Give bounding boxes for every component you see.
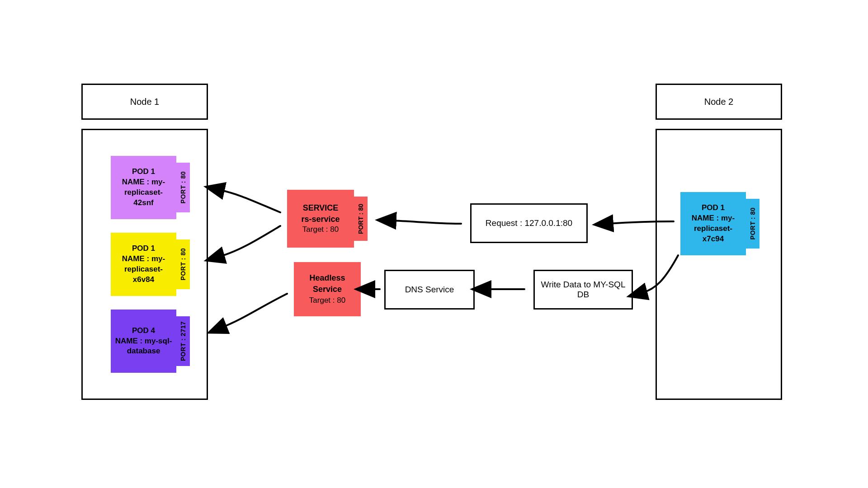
pod-port-tab: PORT : 80 — [176, 163, 190, 212]
service-port-text: PORT : 80 — [357, 204, 364, 234]
service-box: SERVICE rs-service Target : 80 PORT : 80 — [287, 190, 368, 248]
pod-header: POD 1 — [132, 167, 155, 177]
service-target: Target : 80 — [302, 225, 339, 235]
dns-text: DNS Service — [405, 285, 454, 295]
pod-header: POD 1 — [132, 244, 155, 254]
pod-port-text: PORT : 80 — [179, 171, 187, 203]
pod-port-text: PORT : 80 — [749, 207, 756, 239]
pod-port-tab: PORT : 80 — [746, 199, 760, 249]
service-main: SERVICE rs-service Target : 80 — [287, 190, 354, 248]
request-text: Request : 127.0.0.1:80 — [486, 218, 572, 228]
node1-pod-1: POD 1 NAME : my-replicaset-42snf PORT : … — [111, 156, 190, 219]
node1-title: Node 1 — [81, 84, 208, 120]
pod-name: NAME : my-sql-database — [114, 336, 173, 357]
node1-pod-2: POD 1 NAME : my-replicaset-x6v84 PORT : … — [111, 233, 190, 296]
node2-body — [656, 129, 782, 400]
service-port-tab: PORT : 80 — [354, 197, 368, 241]
node2-pod-1: POD 1 NAME : my-replicaset-x7c94 PORT : … — [680, 192, 760, 255]
pod-port-text: PORT : 80 — [179, 248, 187, 280]
node2-title-text: Node 2 — [704, 97, 734, 107]
write-text: Write Data to MY-SQL DB — [535, 280, 632, 300]
dns-service-box: DNS Service — [384, 270, 475, 310]
node1-pod-3: POD 4 NAME : my-sql-database PORT : 2717 — [111, 310, 190, 373]
pod-name: NAME : my-replicaset-x7c94 — [684, 213, 742, 244]
pod-card: POD 1 NAME : my-replicaset-42snf — [111, 156, 176, 219]
service-title: SERVICE — [303, 202, 339, 213]
write-data-box: Write Data to MY-SQL DB — [533, 270, 633, 310]
node2-title: Node 2 — [656, 84, 782, 120]
headless-title: Headless Service — [297, 272, 357, 295]
pod-header: POD 4 — [132, 326, 155, 336]
pod-card: POD 1 NAME : my-replicaset-x7c94 — [680, 192, 746, 255]
request-box: Request : 127.0.0.1:80 — [470, 203, 588, 243]
service-name: rs-service — [301, 214, 340, 225]
pod-port-text: PORT : 2717 — [179, 321, 187, 361]
pod-port-tab: PORT : 80 — [176, 239, 190, 289]
headless-target: Target : 80 — [309, 295, 345, 306]
pod-port-tab: PORT : 2717 — [176, 316, 190, 366]
headless-service-box: Headless Service Target : 80 — [294, 262, 361, 316]
node1-title-text: Node 1 — [130, 97, 160, 107]
pod-name: NAME : my-replicaset-42snf — [114, 177, 173, 208]
pod-card: POD 4 NAME : my-sql-database — [111, 310, 176, 373]
pod-header: POD 1 — [702, 203, 725, 213]
pod-name: NAME : my-replicaset-x6v84 — [114, 254, 173, 285]
pod-card: POD 1 NAME : my-replicaset-x6v84 — [111, 233, 176, 296]
